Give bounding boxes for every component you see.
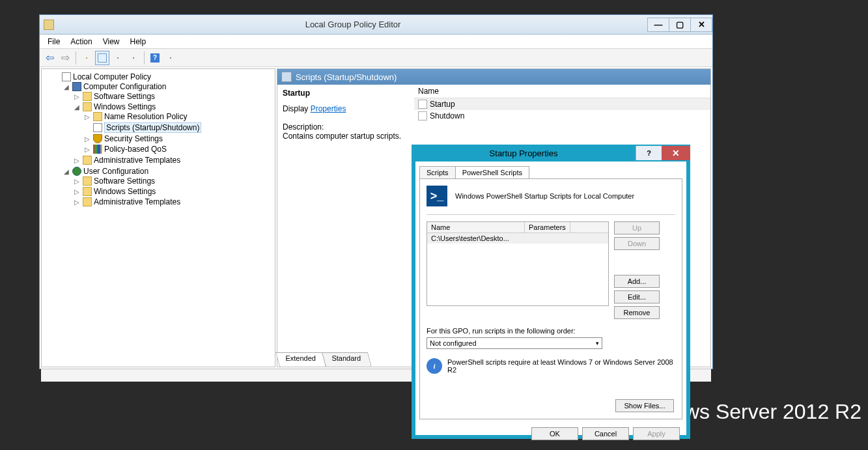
tree-label: Software Settings	[94, 176, 155, 186]
close-button[interactable]: ✕	[662, 146, 690, 160]
tree-label: Security Settings	[104, 134, 163, 143]
tree-label: User Configuration	[83, 167, 148, 176]
separator	[76, 51, 76, 64]
powershell-icon: >_	[427, 186, 447, 206]
tree-cc-nrp[interactable]: ▷Name Resolution Policy	[85, 112, 273, 121]
up-button[interactable]: Up	[614, 221, 660, 234]
down-button[interactable]: Down	[614, 237, 660, 250]
list-item-shutdown[interactable]: Shutdown	[414, 110, 710, 122]
toolbar: ⇦ ⇨ ?	[40, 49, 712, 67]
extra-icon	[170, 57, 171, 59]
bars-icon	[93, 145, 102, 154]
tree-cc-security[interactable]: ▷Security Settings	[85, 134, 273, 143]
maximize-button[interactable]: ▢	[669, 18, 691, 32]
show-files-button[interactable]: Show Files...	[615, 399, 674, 412]
help-button[interactable]: ?	[636, 146, 662, 160]
edit-button[interactable]: Edit...	[614, 290, 660, 303]
dialog-titlebar[interactable]: Startup Properties ? ✕	[412, 145, 690, 162]
tree-label: Local Computer Policy	[73, 72, 151, 81]
col-parameters[interactable]: Parameters	[525, 222, 570, 232]
tab-scripts[interactable]: Scripts	[419, 166, 456, 179]
list-item-label: Startup	[430, 100, 455, 109]
tree-uc-software[interactable]: ▷Software Settings	[74, 176, 273, 186]
tree-uc-admin[interactable]: ▷Administrative Templates	[74, 197, 273, 206]
info-text: PowerShell scripts require at least Wind…	[447, 358, 675, 374]
tab-extended[interactable]: Extended	[275, 352, 326, 367]
pane-title: Scripts (Startup/Shutdown)	[296, 72, 397, 82]
ps-header-text: Windows PowerShell Startup Scripts for L…	[455, 192, 634, 200]
computer-icon	[72, 82, 81, 91]
tree-cc-software[interactable]: ▷Software Settings	[74, 92, 273, 101]
menu-view[interactable]: View	[98, 36, 125, 48]
display-label: Display	[283, 104, 311, 113]
tool-list[interactable]	[95, 51, 109, 65]
menu-help[interactable]: Help	[125, 36, 152, 48]
shield-icon	[93, 134, 102, 143]
tree-cc-admin[interactable]: ▷Administrative Templates	[74, 156, 273, 165]
menu-action[interactable]: Action	[65, 36, 97, 48]
tree-cc-qos[interactable]: ▷Policy-based QoS	[85, 145, 273, 154]
script-icon	[418, 100, 427, 109]
list-item-startup[interactable]: Startup	[414, 98, 710, 110]
tool-extra[interactable]	[163, 51, 178, 65]
menu-file[interactable]: File	[42, 36, 65, 48]
tree-cc-scripts[interactable]: Scripts (Startup/Shutdown)	[85, 122, 273, 133]
arrow-left-icon: ⇦	[46, 51, 54, 64]
col-name[interactable]: Name	[427, 222, 525, 232]
description-text: Contains computer startup scripts.	[283, 132, 409, 141]
combo-value: Not configured	[430, 339, 477, 347]
cancel-button[interactable]: Cancel	[582, 427, 629, 440]
tree-label: Computer Configuration	[83, 82, 166, 91]
script-icon	[281, 72, 292, 82]
apply-button[interactable]: Apply	[633, 427, 680, 440]
desktop-watermark: ws Server 2012 R2	[684, 400, 861, 424]
forward-button[interactable]: ⇨	[58, 51, 72, 65]
tool-folder[interactable]	[79, 51, 94, 65]
user-icon	[72, 167, 81, 176]
minimize-button[interactable]: —	[647, 18, 669, 32]
tree-uc-windows[interactable]: ▷Windows Settings	[74, 187, 273, 196]
ok-button[interactable]: OK	[531, 427, 578, 440]
tree-root[interactable]: Local Computer Policy	[53, 72, 273, 81]
add-button[interactable]: Add...	[614, 275, 660, 288]
list-icon	[98, 53, 107, 63]
order-combobox[interactable]: Not configured ▾	[427, 337, 602, 349]
tree-label: Software Settings	[94, 92, 155, 101]
tool-export[interactable]	[126, 51, 141, 65]
script-icon	[93, 123, 102, 132]
app-icon	[44, 20, 54, 30]
description-label: Description:	[283, 122, 409, 132]
tool-doc[interactable]	[111, 51, 125, 65]
order-label: For this GPO, run scripts in the followi…	[427, 327, 675, 335]
dialog-title: Startup Properties	[412, 148, 636, 158]
folder-icon	[83, 187, 92, 196]
remove-button[interactable]: Remove	[614, 306, 660, 319]
folder-icon	[83, 197, 92, 206]
titlebar[interactable]: Local Group Policy Editor — ▢ ✕	[40, 15, 712, 35]
list-item-label: Shutdown	[430, 111, 464, 120]
table-row[interactable]: C:\Users\tester\Deskto...	[427, 233, 608, 244]
help-icon: ?	[150, 53, 160, 63]
scripts-table[interactable]: Name Parameters C:\Users\tester\Deskto..…	[427, 221, 609, 306]
selected-item-name: Startup	[283, 89, 409, 98]
list-header[interactable]: Name	[414, 85, 710, 98]
tree-computer-config[interactable]: ◢Computer Configuration	[64, 82, 273, 91]
close-button[interactable]: ✕	[690, 18, 712, 32]
menubar: File Action View Help	[40, 35, 712, 49]
tab-powershell-scripts[interactable]: PowerShell Scripts	[455, 166, 529, 179]
startup-properties-dialog: Startup Properties ? ✕ Scripts PowerShel…	[412, 145, 690, 439]
tree-label: Windows Settings	[94, 102, 156, 111]
tree-label: Policy-based QoS	[104, 145, 167, 154]
back-button[interactable]: ⇦	[42, 51, 57, 65]
folder-icon	[93, 112, 102, 121]
folder-icon	[83, 176, 92, 186]
tree-pane[interactable]: Local Computer Policy ◢Computer Configur…	[41, 68, 275, 367]
tree-user-config[interactable]: ◢User Configuration	[64, 167, 273, 176]
properties-link[interactable]: Properties	[311, 104, 346, 113]
tool-help[interactable]: ?	[148, 51, 162, 65]
tree-cc-windows[interactable]: ◢Windows Settings	[74, 102, 273, 111]
folder-icon	[83, 92, 92, 101]
folder-icon	[83, 102, 92, 111]
separator	[144, 51, 145, 64]
tab-standard[interactable]: Standard	[322, 352, 372, 367]
